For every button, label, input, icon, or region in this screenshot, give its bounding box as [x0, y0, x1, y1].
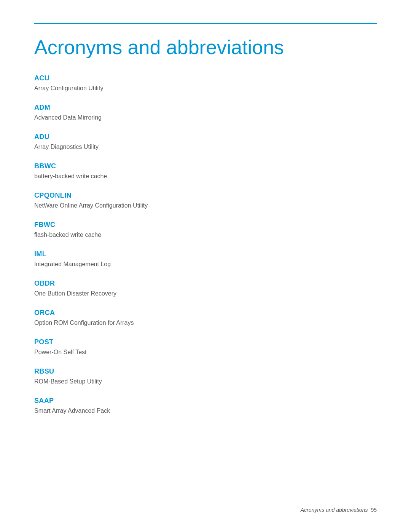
- acronym-list: ACUArray Configuration UtilityADMAdvance…: [34, 74, 377, 415]
- acronym-definition: Advanced Data Mirroring: [34, 113, 377, 122]
- acronym-definition: flash-backed write cache: [34, 230, 377, 240]
- acronym-term: ADM: [34, 104, 377, 112]
- acronym-term: ADU: [34, 133, 377, 141]
- acronym-definition: Option ROM Configuration for Arrays: [34, 318, 377, 328]
- acronym-definition: Power-On Self Test: [34, 348, 377, 357]
- acronym-term: OBDR: [34, 280, 377, 288]
- acronym-item: ADUArray Diagnostics Utility: [34, 133, 377, 152]
- page-container: Acronyms and abbreviations ACUArray Conf…: [0, 0, 411, 532]
- acronym-definition: One Button Disaster Recovery: [34, 289, 377, 298]
- acronym-term: FBWC: [34, 221, 377, 229]
- page-footer: Acronyms and abbreviations 95: [301, 507, 377, 513]
- acronym-term: SAAP: [34, 397, 377, 405]
- footer-page-number: 95: [371, 507, 377, 513]
- acronym-term: BBWC: [34, 162, 377, 170]
- page-title: Acronyms and abbreviations: [34, 35, 377, 59]
- acronym-item: ACUArray Configuration Utility: [34, 74, 377, 93]
- acronym-term: RBSU: [34, 367, 377, 375]
- acronym-item: BBWCbattery-backed write cache: [34, 162, 377, 181]
- acronym-item: CPQONLINNetWare Online Array Configurati…: [34, 192, 377, 210]
- acronym-item: RBSUROM-Based Setup Utility: [34, 367, 377, 386]
- acronym-term: IML: [34, 250, 377, 258]
- acronym-definition: Array Diagnostics Utility: [34, 142, 377, 152]
- acronym-term: ORCA: [34, 309, 377, 317]
- acronym-definition: Array Configuration Utility: [34, 84, 377, 93]
- acronym-definition: ROM-Based Setup Utility: [34, 377, 377, 386]
- acronym-term: POST: [34, 338, 377, 346]
- acronym-definition: NetWare Online Array Configuration Utili…: [34, 201, 377, 210]
- top-rule: [34, 23, 377, 24]
- acronym-item: IMLIntegrated Management Log: [34, 250, 377, 269]
- acronym-definition: Smart Array Advanced Pack: [34, 406, 377, 415]
- acronym-item: ADMAdvanced Data Mirroring: [34, 104, 377, 122]
- acronym-item: SAAPSmart Array Advanced Pack: [34, 397, 377, 415]
- acronym-item: FBWCflash-backed write cache: [34, 221, 377, 240]
- footer-text: Acronyms and abbreviations: [301, 507, 368, 513]
- acronym-definition: battery-backed write cache: [34, 172, 377, 181]
- acronym-definition: Integrated Management Log: [34, 260, 377, 269]
- acronym-term: ACU: [34, 74, 377, 82]
- acronym-item: OBDROne Button Disaster Recovery: [34, 280, 377, 298]
- acronym-item: ORCAOption ROM Configuration for Arrays: [34, 309, 377, 328]
- acronym-item: POSTPower-On Self Test: [34, 338, 377, 357]
- acronym-term: CPQONLIN: [34, 192, 377, 200]
